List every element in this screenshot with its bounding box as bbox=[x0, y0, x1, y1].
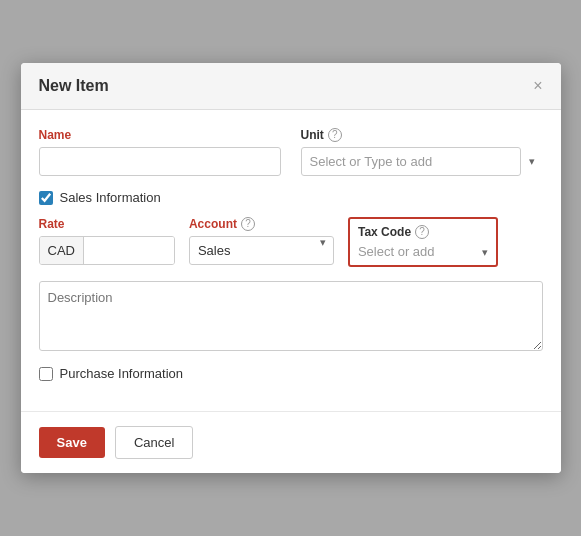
modal-overlay: New Item × Name Unit ? Select or Type bbox=[0, 0, 581, 536]
unit-chevron-icon: ▾ bbox=[529, 155, 535, 168]
account-help-icon[interactable]: ? bbox=[241, 217, 255, 231]
purchase-info-section: Purchase Information bbox=[39, 366, 543, 381]
rate-input[interactable] bbox=[84, 237, 174, 264]
rate-account-tax-row: Rate CAD Account ? Sales bbox=[39, 217, 543, 267]
purchase-info-label: Purchase Information bbox=[60, 366, 184, 381]
name-input[interactable] bbox=[39, 147, 281, 176]
name-field-group: Name bbox=[39, 128, 281, 176]
unit-help-icon[interactable]: ? bbox=[328, 128, 342, 142]
rate-currency: CAD bbox=[40, 237, 84, 264]
rate-input-wrapper: CAD bbox=[39, 236, 175, 265]
modal-body: Name Unit ? Select or Type to add ▾ bbox=[21, 110, 561, 411]
account-select-wrapper: Sales ▾ bbox=[189, 236, 334, 265]
rate-field-group: Rate CAD bbox=[39, 217, 175, 265]
account-label-row: Account ? bbox=[189, 217, 334, 231]
sales-info-checkbox[interactable] bbox=[39, 191, 53, 205]
modal-footer: Save Cancel bbox=[21, 411, 561, 473]
unit-field-group: Unit ? Select or Type to add ▾ bbox=[301, 128, 543, 176]
cancel-button[interactable]: Cancel bbox=[115, 426, 193, 459]
unit-label: Unit bbox=[301, 128, 324, 142]
tax-code-help-icon[interactable]: ? bbox=[415, 225, 429, 239]
sales-info-section: Sales Information bbox=[39, 190, 543, 205]
account-field-group: Account ? Sales ▾ bbox=[189, 217, 334, 265]
modal-title: New Item bbox=[39, 77, 109, 95]
account-label: Account bbox=[189, 217, 237, 231]
name-unit-row: Name Unit ? Select or Type to add ▾ bbox=[39, 128, 543, 176]
tax-code-select-wrapper: Select or add ▾ bbox=[358, 244, 488, 259]
purchase-info-checkbox-row: Purchase Information bbox=[39, 366, 543, 381]
unit-label-row: Unit ? bbox=[301, 128, 543, 142]
tax-code-label: Tax Code bbox=[358, 225, 411, 239]
tax-code-field-group: Tax Code ? Select or add ▾ bbox=[348, 217, 498, 267]
name-label: Name bbox=[39, 128, 281, 142]
tax-code-label-row: Tax Code ? bbox=[358, 225, 488, 239]
new-item-modal: New Item × Name Unit ? Select or Type bbox=[21, 63, 561, 473]
modal-header: New Item × bbox=[21, 63, 561, 110]
save-button[interactable]: Save bbox=[39, 427, 105, 458]
rate-label: Rate bbox=[39, 217, 175, 231]
description-textarea[interactable] bbox=[39, 281, 543, 351]
tax-code-select[interactable]: Select or add bbox=[358, 244, 488, 259]
close-button[interactable]: × bbox=[533, 78, 542, 94]
sales-info-label: Sales Information bbox=[60, 190, 161, 205]
account-select[interactable]: Sales bbox=[189, 236, 334, 265]
unit-select[interactable]: Select or Type to add bbox=[301, 147, 521, 176]
unit-select-wrapper: Select or Type to add ▾ bbox=[301, 147, 543, 176]
purchase-info-checkbox[interactable] bbox=[39, 367, 53, 381]
